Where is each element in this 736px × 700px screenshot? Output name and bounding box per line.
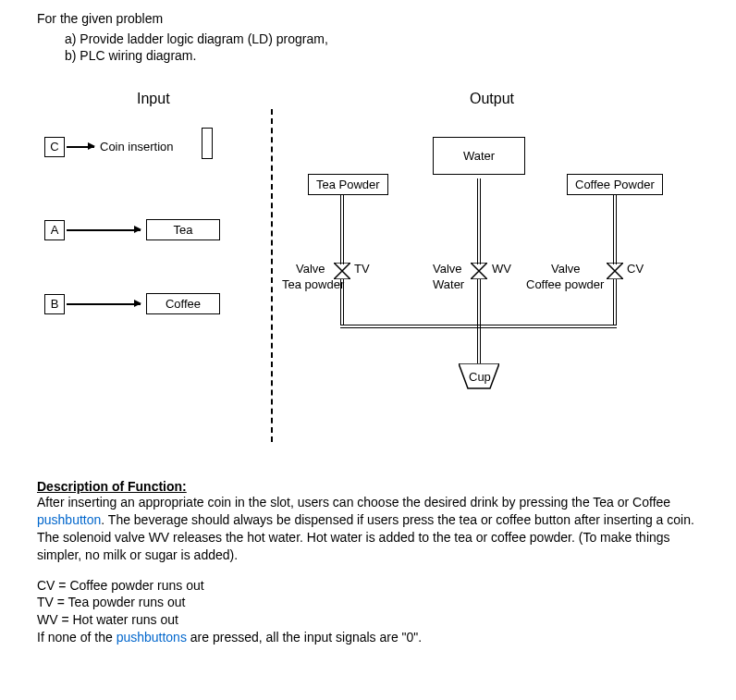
pushbutton-link-2[interactable]: pushbuttons xyxy=(117,630,187,645)
tv-code: TV xyxy=(354,262,370,276)
pipe-tea-top xyxy=(340,194,344,264)
divider xyxy=(271,109,273,442)
desc-text-1: After inserting an appropriate coin in t… xyxy=(37,495,670,510)
item-a: a) Provide ladder logic diagram (LD) pro… xyxy=(65,31,699,46)
cup-label: Cup xyxy=(469,370,491,384)
desc-text-2: . The beverage should always be dispense… xyxy=(37,512,694,562)
pipe-coffee-bottom xyxy=(613,279,617,325)
box-c: C xyxy=(44,137,65,157)
cv-valve-label: Valve xyxy=(551,262,581,276)
arrow-c xyxy=(67,146,94,148)
coin-insertion-label: Coin insertion xyxy=(100,140,174,154)
legend-cv: CV = Coffee powder runs out xyxy=(37,577,699,595)
coffee-powder-box: Coffee Powder xyxy=(567,174,663,195)
valve-cv-icon xyxy=(607,263,623,279)
output-heading: Output xyxy=(470,91,514,107)
diagram: Input Output C Coin insertion A Tea B Co… xyxy=(44,91,692,461)
pushbutton-link-1[interactable]: pushbutton xyxy=(37,512,101,527)
legend-tv: TV = Tea powder runs out xyxy=(37,594,699,611)
water-box: Water xyxy=(433,137,525,175)
item-b: b) PLC wiring diagram. xyxy=(65,48,699,63)
desc-heading: Description of Function: xyxy=(37,479,187,494)
last-text-after: are pressed, all the input signals are "… xyxy=(187,630,422,645)
sub-list: a) Provide ladder logic diagram (LD) pro… xyxy=(65,31,699,63)
tea-powder-box: Tea Powder xyxy=(308,174,388,195)
legend-wv: WV = Hot water runs out xyxy=(37,611,699,629)
input-heading: Input xyxy=(137,91,170,107)
box-b: B xyxy=(44,294,65,314)
wv-code: WV xyxy=(492,262,511,276)
pipe-horizontal xyxy=(340,325,617,328)
valve-wv-icon xyxy=(471,263,487,279)
coin-slot-icon xyxy=(202,128,213,159)
pipe-coffee-top xyxy=(613,194,617,264)
pipe-tea-bottom xyxy=(340,279,344,325)
cv-sublabel: Coffee powder xyxy=(526,277,604,291)
wv-valve-label: Valve xyxy=(433,262,462,276)
pipe-water-bottom xyxy=(477,279,481,364)
arrow-a xyxy=(67,229,141,231)
arrow-b xyxy=(67,303,141,305)
problem-intro: For the given problem xyxy=(37,11,699,26)
pipe-water-top xyxy=(477,178,481,264)
desc-paragraph: After inserting an appropriate coin in t… xyxy=(37,494,699,564)
tv-sublabel: Tea powder xyxy=(282,277,344,291)
last-text-before: If none of the xyxy=(37,630,117,645)
description-section: Description of Function: After inserting… xyxy=(37,479,699,646)
coffee-label-box: Coffee xyxy=(146,293,220,314)
legend-last: If none of the pushbuttons are pressed, … xyxy=(37,629,699,646)
tv-valve-label: Valve xyxy=(296,262,325,276)
box-a: A xyxy=(44,220,65,240)
wv-sublabel: Water xyxy=(433,277,464,291)
cv-code: CV xyxy=(627,262,644,276)
tea-label-box: Tea xyxy=(146,219,220,240)
